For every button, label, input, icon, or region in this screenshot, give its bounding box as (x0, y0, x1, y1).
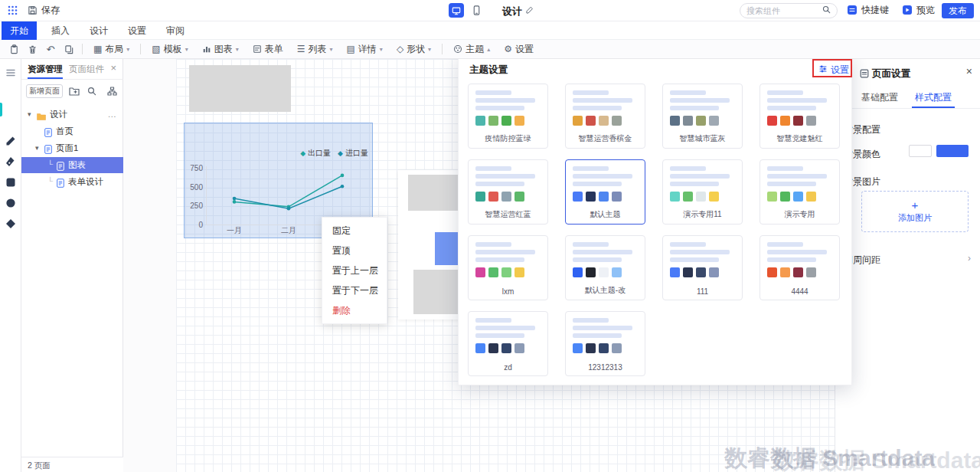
edit-title-icon[interactable] (525, 6, 534, 17)
chart-menu[interactable]: 图表▾ (195, 41, 246, 57)
skeleton-bar (573, 242, 609, 247)
theme-swatch (599, 343, 609, 353)
tabs-divider (835, 108, 980, 109)
skeleton-bar (573, 333, 622, 338)
widget-skeleton-card[interactable] (398, 170, 463, 320)
add-page-button[interactable]: 新增页面 (26, 84, 63, 98)
settings-label: 设置 (515, 43, 534, 56)
theme-card[interactable]: 默认主题-改 (565, 235, 645, 300)
theme-card[interactable]: 默认主题 (565, 159, 645, 225)
detail-label: 详情 (358, 43, 377, 56)
theme-card[interactable]: 4444 (760, 235, 840, 300)
undo-icon[interactable]: ↶ (41, 41, 60, 57)
skeleton-bar (475, 90, 511, 95)
shape-menu[interactable]: ◇ 形状▾ (390, 41, 438, 57)
add-folder-icon[interactable] (69, 87, 80, 98)
bg-color-swatch-blue[interactable] (936, 145, 969, 157)
theme-card[interactable]: 智慧运营红蓝 (468, 159, 548, 225)
placeholder-block[interactable] (189, 65, 291, 112)
detail-menu[interactable]: ▤ 详情▾ (340, 41, 390, 57)
hamburger-icon[interactable] (5, 68, 16, 80)
tab-page-components[interactable]: 页面组件 (69, 64, 104, 75)
theme-card[interactable]: 111 (662, 235, 743, 300)
tree-item-chart-selected[interactable]: └ 图表 (21, 157, 123, 173)
page-settings-menu[interactable]: ⚙ 设置 (497, 41, 541, 57)
shortcuts-button[interactable]: 快捷键 (847, 4, 889, 17)
tree-item-page1[interactable]: ▾ 页面1 (21, 140, 123, 156)
save-button[interactable]: 保存 (28, 4, 60, 17)
close-icon[interactable]: × (110, 62, 116, 74)
menu-item-send-backward[interactable]: 置于下一层 (322, 280, 387, 300)
tree-item-design-folder[interactable]: ▾ 设计 … (21, 107, 123, 123)
theme-card[interactable]: lxm (468, 235, 548, 300)
tab-basic-config[interactable]: 基础配置 (861, 91, 898, 104)
theme-card[interactable]: 智慧城市蓝灰 (662, 84, 743, 149)
theme-menu[interactable]: 主题▴ (446, 41, 497, 57)
tab-review[interactable]: 审阅 (158, 21, 193, 40)
theme-card[interactable]: 12312313 (565, 311, 645, 376)
theme-settings-button[interactable]: 设置 (818, 64, 849, 77)
caret-down-icon[interactable]: ▾ (35, 140, 39, 156)
tab-insert[interactable]: 插入 (43, 21, 78, 40)
add-image-button[interactable]: + 添加图片 (861, 191, 969, 232)
edit-pencil-icon[interactable] (5, 136, 16, 149)
desktop-view-button[interactable] (449, 3, 464, 18)
menu-item-bring-forward[interactable]: 置于上一层 (322, 261, 387, 280)
skeleton-block (408, 175, 462, 211)
chevron-down-icon: ▾ (330, 46, 333, 53)
chevron-down-icon: ▾ (428, 46, 431, 53)
pen-tool-icon[interactable] (5, 156, 16, 169)
tree-view-icon[interactable] (107, 87, 117, 98)
skeleton-bar (767, 98, 827, 103)
chevron-right-icon[interactable]: › (968, 253, 971, 264)
search-input[interactable] (746, 6, 822, 15)
theme-card[interactable]: 疫情防控蓝绿 (468, 84, 548, 149)
search-icon[interactable] (822, 5, 831, 16)
tab-resource-manager[interactable]: 资源管理 (28, 64, 63, 75)
form-menu[interactable]: 表单 (246, 41, 290, 57)
menu-item-delete[interactable]: 删除 (322, 300, 387, 320)
delete-icon[interactable] (23, 41, 41, 57)
theme-card[interactable]: zd (468, 311, 548, 376)
skeleton-bar (573, 250, 632, 254)
menu-item-bring-to-front[interactable]: 置顶 (322, 241, 387, 261)
paste-icon[interactable] (5, 41, 23, 57)
theme-card[interactable]: 演示专用 (760, 159, 840, 225)
caret-down-icon[interactable]: ▾ (28, 107, 31, 123)
apps-grid-icon[interactable] (8, 5, 18, 18)
tab-style-config[interactable]: 样式配置 (915, 91, 952, 104)
tab-start[interactable]: 开始 (2, 21, 37, 40)
copy-icon[interactable] (60, 41, 78, 57)
preview-icon (902, 5, 913, 16)
ellipse-tool-icon[interactable] (5, 198, 16, 211)
theme-card[interactable]: 智慧运营香槟金 (565, 84, 645, 149)
list-label: 列表 (309, 43, 327, 56)
bg-color-swatch-white[interactable] (909, 145, 932, 157)
tab-design[interactable]: 设计 (81, 21, 116, 40)
skeleton-bar (670, 250, 730, 254)
theme-card[interactable]: 智慧党建魅红 (760, 84, 840, 149)
shape-tool-icon[interactable] (5, 218, 16, 231)
layout-label: 布局 (105, 43, 123, 56)
more-icon[interactable]: … (108, 107, 118, 123)
theme-swatch (793, 192, 803, 202)
tree-label: 页面1 (56, 140, 78, 156)
layout-menu[interactable]: ▦ 布局▾ (87, 41, 136, 57)
search-icon[interactable] (87, 87, 96, 98)
list-menu[interactable]: ☰ 列表▾ (290, 41, 340, 57)
save-icon (28, 5, 38, 16)
tree-item-home[interactable]: 首页 (21, 123, 123, 139)
theme-name: 智慧运营香槟金 (566, 133, 645, 144)
tree-item-form-design[interactable]: └ 表单设计 (21, 174, 123, 190)
shape-icon: ◇ (397, 44, 403, 54)
close-icon[interactable]: × (966, 65, 972, 77)
mobile-view-button[interactable] (469, 3, 484, 18)
component-tool-icon[interactable] (5, 177, 16, 190)
template-menu[interactable]: ▧ 模板▾ (145, 41, 194, 57)
preview-button[interactable]: 预览 (902, 4, 935, 17)
menu-item-pin[interactable]: 固定 (322, 221, 387, 241)
publish-button[interactable]: 发布 (942, 3, 974, 18)
theme-card[interactable]: 演示专用11 (662, 159, 743, 225)
tab-settings[interactable]: 设置 (119, 21, 155, 40)
theme-swatch (475, 343, 485, 353)
